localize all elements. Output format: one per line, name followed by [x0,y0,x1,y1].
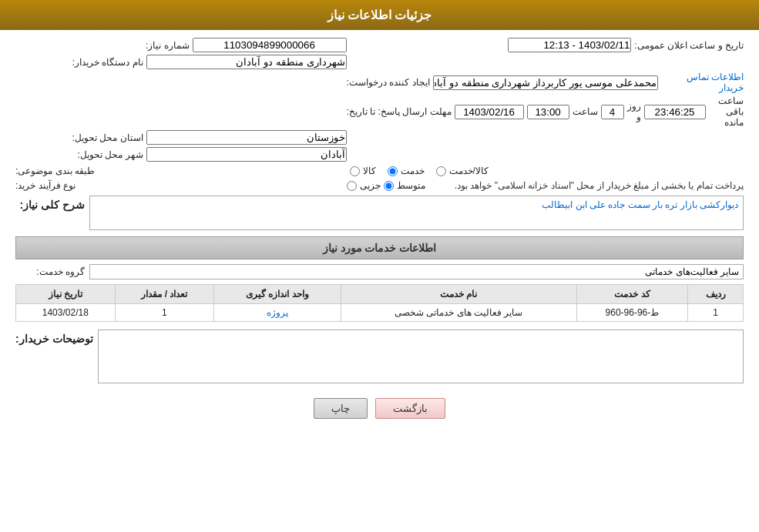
description-section: دیوارکشی بازار تره بار سمت جاده علی ابن … [15,196,744,230]
cell-name: سایر فعالیت های خدماتی شخصی [341,304,576,322]
category-label: طبقه بندی موضوعی: [15,166,95,176]
province-input[interactable] [146,130,347,145]
services-section-header: اطلاعات خدمات مورد نیاز [15,236,744,259]
back-button[interactable]: بازگشت [375,398,445,419]
purchase-jozi[interactable]: جزیی [347,180,381,191]
col-header-name: نام خدمت [341,285,576,304]
col-header-date: تاریخ نیاز [16,285,116,304]
buyer-org-input[interactable] [146,55,347,69]
page-header: جزئیات اطلاعات نیاز [0,0,759,30]
main-content: تاریخ و ساعت اعلان عمومی: شماره نیاز: نا… [0,30,759,434]
need-number-input[interactable] [193,38,347,52]
category-kala[interactable]: کالا [350,166,376,176]
row-requester: اطلاعات تماس خریدار ایجاد کننده درخواست: [15,72,744,93]
cell-row: 1 [688,304,744,322]
city-label: شهر محل تحویل: [78,149,143,160]
button-row: بازگشت چاپ [15,398,744,419]
category-khidmat[interactable]: خدمت [388,166,425,176]
col-header-unit: واحد اندازه گیری [214,285,341,304]
row-buyer-org: نام دستگاه خریدار: [15,55,744,69]
province-label: استان محل تحویل: [72,132,143,143]
requester-input[interactable] [433,75,659,90]
remaining-label: ساعت باقی مانده [709,95,744,128]
response-time-label: ساعت [573,106,598,117]
row-category: کالا/خدمت خدمت کالا طبقه بندی موضوعی: [15,164,744,178]
row-city: شهر محل تحویل: [15,147,744,162]
contact-link[interactable]: اطلاعات تماس خریدار [661,72,744,93]
need-number-label: شماره نیاز: [146,40,190,51]
col-header-code: کد خدمت [576,285,688,304]
purchase-mutavasset[interactable]: متوسط [384,180,425,191]
description-label: شرح کلی نیاز: [20,199,85,211]
page-title: جزئیات اطلاعات نیاز [327,8,432,22]
announce-date-input[interactable] [508,38,631,52]
print-button[interactable]: چاپ [314,398,368,419]
page-container: جزئیات اطلاعات نیاز تاریخ و ساعت اعلان ع… [0,0,759,532]
row-need-number: تاریخ و ساعت اعلان عمومی: شماره نیاز: [15,38,744,52]
requester-label: ایجاد کننده درخواست: [347,77,430,88]
announce-date-label: تاریخ و ساعت اعلان عمومی: [634,40,744,51]
city-input[interactable] [146,147,347,162]
buyer-desc-textarea[interactable] [98,330,744,383]
service-group-row: گروه خدمت: [15,264,744,279]
remaining-input[interactable] [644,105,706,119]
buyer-desc-label: توضیحات خریدار: [15,333,93,345]
response-days-label: روز و [627,101,641,122]
cell-date: 1403/02/18 [16,304,116,322]
cell-qty: 1 [115,304,213,322]
table-row: 1 ط-96-96-960 سایر فعالیت های خدماتی شخص… [16,304,744,322]
purchase-type-label: نوع فرآیند خرید: [15,180,76,191]
description-value: دیوارکشی بازار تره بار سمت جاده علی ابن … [542,199,738,210]
purchase-note: پرداخت تمام یا بخشی از مبلغ خریدار از مح… [428,180,744,191]
cell-code: ط-96-96-960 [576,304,688,322]
row-province: استان محل تحویل: [15,130,744,145]
service-group-label: گروه خدمت: [36,266,85,277]
category-kala-khidmat[interactable]: کالا/خدمت [436,166,489,176]
col-header-row: ردیف [688,285,744,304]
response-date-input[interactable] [455,105,524,119]
response-time-input[interactable] [527,105,569,119]
services-table: ردیف کد خدمت نام خدمت واحد اندازه گیری ت… [15,284,744,322]
row-purchase-type: پرداخت تمام یا بخشی از مبلغ خریدار از مح… [15,180,744,191]
service-group-input[interactable] [89,264,744,279]
cell-unit: پروژه [214,304,341,322]
services-section-label: اطلاعات خدمات مورد نیاز [323,242,437,254]
buyer-desc-section: توضیحات خریدار: [15,330,744,386]
response-days-input[interactable] [601,105,624,119]
description-box: دیوارکشی بازار تره بار سمت جاده علی ابن … [89,196,744,230]
buyer-org-label: نام دستگاه خریدار: [72,57,143,68]
row-response-deadline: ساعت باقی مانده روز و ساعت مهلت ارسال پا… [15,95,744,128]
col-header-qty: تعداد / مقدار [115,285,213,304]
response-deadline-label: مهلت ارسال پاسخ: تا تاریخ: [347,106,452,117]
